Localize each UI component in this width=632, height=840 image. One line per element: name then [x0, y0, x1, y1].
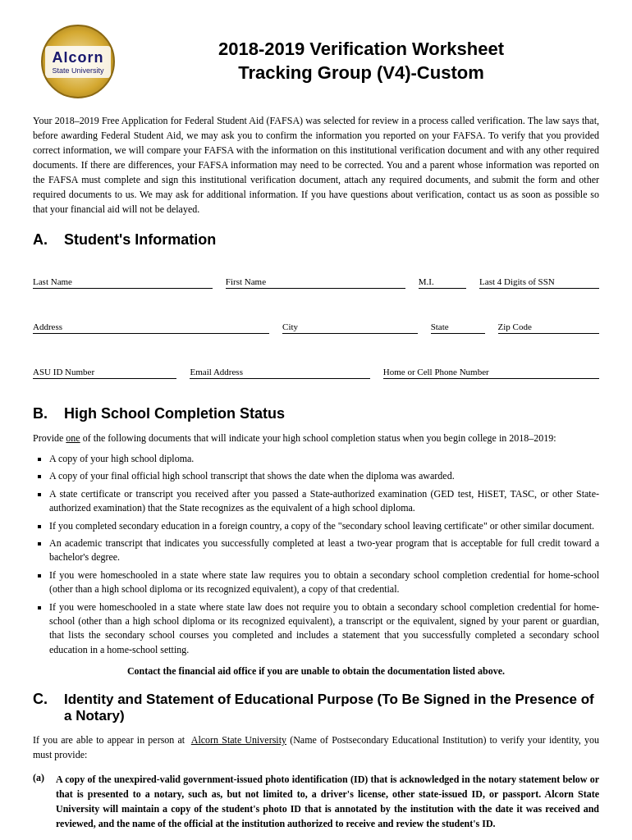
- state-input[interactable]: [431, 302, 485, 318]
- last-name-label: Last Name: [33, 276, 213, 286]
- zip-input[interactable]: [498, 302, 599, 318]
- para1-before: If you are able to appear in person at: [33, 734, 185, 746]
- para-a-container: (a) A copy of the unexpired-valid govern…: [33, 772, 599, 840]
- city-input[interactable]: [282, 302, 418, 318]
- mi-label: M.I.: [419, 276, 466, 286]
- section-c-letter: C.: [33, 691, 49, 708]
- form-row-1: Last Name First Name M.I. Last 4 Digits …: [33, 257, 599, 302]
- section-c-title: Identity and Statement of Educational Pu…: [64, 692, 599, 724]
- title-line2: Tracking Group (V4)-Custom: [238, 62, 483, 83]
- institution-name: Alcorn State University: [191, 734, 286, 746]
- zip-field: Zip Code: [498, 302, 599, 334]
- zip-label: Zip Code: [498, 322, 599, 331]
- section-a-heading: A. Student's Information: [33, 231, 599, 249]
- bullet-item: An academic transcript that indicates yo…: [49, 536, 599, 565]
- title-line1: 2018-2019 Verification Worksheet: [218, 39, 504, 59]
- first-name-field: First Name: [226, 257, 405, 289]
- phone-input[interactable]: [383, 347, 599, 363]
- phone-label: Home or Cell Phone Number: [383, 367, 599, 377]
- para-a-label: (a): [33, 772, 49, 840]
- intro-paragraph: Your 2018–2019 Free Application for Fede…: [33, 113, 599, 217]
- page-header: Alcorn State University 2018-2019 Verifi…: [33, 25, 599, 98]
- section-c-heading: C. Identity and Statement of Educational…: [33, 691, 599, 724]
- section-b-bullets: A copy of your high school diploma. A co…: [49, 452, 599, 657]
- para-a-text: A copy of the unexpired-valid government…: [56, 772, 599, 831]
- email-field: Email Address: [190, 347, 369, 379]
- address-field: Address: [33, 302, 269, 334]
- section-a-letter: A.: [33, 231, 49, 249]
- asu-id-input[interactable]: [33, 347, 176, 363]
- bullet-item: If you were homeschooled in a state wher…: [49, 600, 599, 658]
- mi-input[interactable]: [419, 257, 466, 273]
- email-label: Email Address: [190, 367, 369, 377]
- document-title: 2018-2019 Verification Worksheet Trackin…: [123, 38, 599, 84]
- section-b-description: Provide one of the following documents t…: [33, 431, 599, 445]
- asu-id-label: ASU ID Number: [33, 367, 176, 377]
- city-field: City: [282, 302, 418, 334]
- logo-name: Alcorn: [52, 49, 103, 66]
- section-b-title: High School Completion Status: [64, 405, 285, 422]
- logo-subtitle: State University: [52, 66, 103, 75]
- bullet-item: A copy of your high school diploma.: [49, 452, 599, 466]
- mi-field: M.I.: [419, 257, 466, 289]
- city-label: City: [282, 322, 418, 331]
- form-row-2: Address City State Zip Code: [33, 302, 599, 347]
- ssn-input[interactable]: [479, 257, 599, 273]
- address-label: Address: [33, 322, 269, 331]
- state-field: State: [431, 302, 485, 334]
- bullet-item: If you were homeschooled in a state wher…: [49, 568, 599, 597]
- bullet-item: If you completed secondary education in …: [49, 519, 599, 533]
- last-name-field: Last Name: [33, 257, 213, 289]
- contact-note: Contact the financial aid office if you …: [33, 665, 599, 678]
- university-logo: Alcorn State University: [41, 25, 115, 98]
- ssn-field: Last 4 Digits of SSN: [479, 257, 599, 289]
- section-c-para1: If you are able to appear in person at A…: [33, 733, 599, 762]
- bullet-item: A copy of your final official high schoo…: [49, 469, 599, 483]
- form-row-3: ASU ID Number Email Address Home or Cell…: [33, 347, 599, 392]
- section-a-title: Student's Information: [64, 231, 216, 249]
- email-input[interactable]: [190, 347, 369, 363]
- section-b-letter: B.: [33, 405, 49, 422]
- first-name-input[interactable]: [226, 257, 405, 273]
- section-b-heading: B. High School Completion Status: [33, 405, 599, 422]
- phone-field: Home or Cell Phone Number: [383, 347, 599, 379]
- ssn-label: Last 4 Digits of SSN: [479, 276, 599, 286]
- asu-id-field: ASU ID Number: [33, 347, 176, 379]
- state-label: State: [431, 322, 485, 331]
- bullet-item: A state certificate or transcript you re…: [49, 487, 599, 516]
- first-name-label: First Name: [226, 276, 405, 286]
- last-name-input[interactable]: [33, 257, 213, 273]
- address-input[interactable]: [33, 302, 269, 318]
- logo-container: Alcorn State University: [33, 25, 123, 98]
